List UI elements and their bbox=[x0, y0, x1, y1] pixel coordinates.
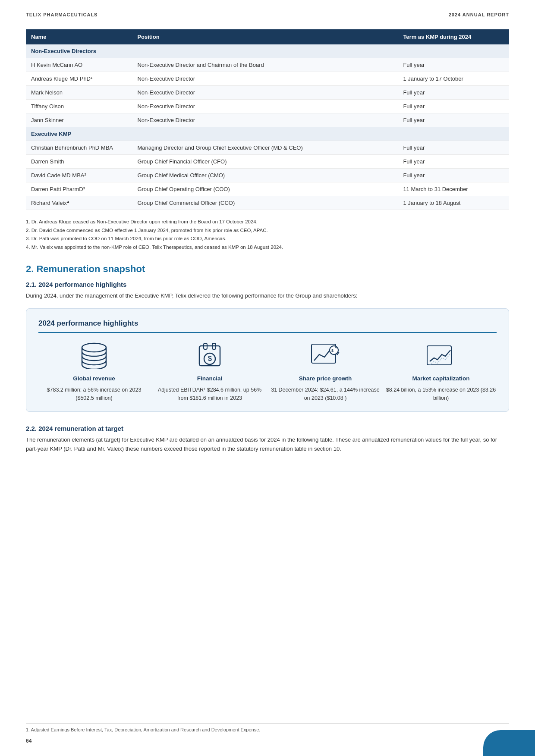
cell-position: Group Chief Commercial Officer (CCO) bbox=[132, 196, 398, 210]
svg-rect-10 bbox=[427, 346, 451, 365]
share-price-icon: $ A bbox=[308, 341, 343, 371]
section2-title: 2. Remuneration snapshot bbox=[26, 264, 509, 275]
footnote-item: 1. Dr. Andreas Kluge ceased as Non-Execu… bbox=[26, 218, 509, 226]
svg-point-0 bbox=[82, 343, 106, 352]
svg-text:$: $ bbox=[331, 348, 334, 353]
perf-item: $ FinancialAdjusted EBITDAR¹ $284.6 mill… bbox=[154, 341, 265, 403]
sub22-title: 2.2. 2024 remuneration at target bbox=[26, 425, 509, 432]
table-row: Darren Smith Group Chief Financial Offic… bbox=[26, 155, 509, 169]
cell-term: Full year bbox=[398, 58, 509, 72]
col-position: Position bbox=[132, 29, 398, 44]
report-year: 2024 ANNUAL REPORT bbox=[449, 12, 509, 17]
perf-item-label: Global revenue bbox=[73, 375, 115, 382]
bottom-footnote-text: 1. Adjusted Earnings Before Interest, Ta… bbox=[26, 727, 260, 732]
cell-position: Group Chief Operating Officer (COO) bbox=[132, 182, 398, 196]
cell-name: Jann Skinner bbox=[26, 113, 132, 127]
col-name: Name bbox=[26, 29, 132, 44]
sub22-text: The remuneration elements (at target) fo… bbox=[26, 436, 509, 454]
cell-name: Darren Patti PharmD³ bbox=[26, 182, 132, 196]
cell-name: Andreas Kluge MD PhD¹ bbox=[26, 72, 132, 86]
table-row: Jann Skinner Non-Executive Director Full… bbox=[26, 113, 509, 127]
perf-item-label: Share price growth bbox=[299, 375, 352, 382]
cell-position: Non-Executive Director bbox=[132, 113, 398, 127]
company-name: TELIX PHARMACEUTICALS bbox=[26, 12, 98, 17]
database-icon bbox=[77, 341, 111, 371]
kmp-table: Name Position Term as KMP during 2024 No… bbox=[26, 29, 509, 210]
cell-term: Full year bbox=[398, 141, 509, 155]
perf-box-title: 2024 performance highlights bbox=[38, 319, 497, 333]
cell-name: David Cade MD MBA² bbox=[26, 169, 132, 182]
cell-position: Non-Executive Director and Chairman of t… bbox=[132, 58, 398, 72]
section-header-row: Executive KMP bbox=[26, 127, 509, 141]
section-label: Executive KMP bbox=[26, 127, 509, 141]
cell-term: Full year bbox=[398, 155, 509, 169]
table-row: Tiffany Olson Non-Executive Director Ful… bbox=[26, 100, 509, 113]
table-row: Christian Behrenbruch PhD MBA Managing D… bbox=[26, 141, 509, 155]
cell-name: Darren Smith bbox=[26, 155, 132, 169]
cell-term: 1 January to 17 October bbox=[398, 72, 509, 86]
cell-term: Full year bbox=[398, 169, 509, 182]
market-cap-icon bbox=[424, 341, 458, 371]
table-row: Andreas Kluge MD PhD¹ Non-Executive Dire… bbox=[26, 72, 509, 86]
perf-item-label: Market capitalization bbox=[412, 375, 470, 382]
cell-name: H Kevin McCann AO bbox=[26, 58, 132, 72]
table-row: David Cade MD MBA² Group Chief Medical O… bbox=[26, 169, 509, 182]
svg-text:$: $ bbox=[208, 355, 212, 362]
cell-name: Christian Behrenbruch PhD MBA bbox=[26, 141, 132, 155]
cell-name: Richard Valeix⁴ bbox=[26, 196, 132, 210]
performance-box: 2024 performance highlights Global reven… bbox=[26, 308, 509, 412]
cell-term: Full year bbox=[398, 113, 509, 127]
sub21-text: During 2024, under the management of the… bbox=[26, 292, 509, 301]
blue-corner-decoration bbox=[483, 730, 535, 756]
perf-item-value: $8.24 billion, a 153% increase on 2023 (… bbox=[385, 386, 497, 403]
svg-text:A: A bbox=[335, 345, 337, 349]
cell-name: Mark Nelson bbox=[26, 86, 132, 100]
section-header-row: Non-Executive Directors bbox=[26, 44, 509, 58]
footnote-item: 4. Mr. Valeix was appointed to the non-K… bbox=[26, 243, 509, 252]
perf-item: $ A Share price growth31 December 2024: … bbox=[270, 341, 381, 403]
cell-position: Non-Executive Director bbox=[132, 86, 398, 100]
perf-item: Global revenue$783.2 million; a 56% incr… bbox=[38, 341, 150, 403]
main-content: Name Position Term as KMP during 2024 No… bbox=[0, 25, 535, 478]
perf-item-value: Adjusted EBITDAR¹ $284.6 million, up 56%… bbox=[154, 386, 265, 403]
table-row: Mark Nelson Non-Executive Director Full … bbox=[26, 86, 509, 100]
cell-position: Group Chief Medical Officer (CMO) bbox=[132, 169, 398, 182]
table-row: H Kevin McCann AO Non-Executive Director… bbox=[26, 58, 509, 72]
cell-term: 11 March to 31 December bbox=[398, 182, 509, 196]
perf-grid: Global revenue$783.2 million; a 56% incr… bbox=[38, 341, 497, 403]
bottom-footnote: 1. Adjusted Earnings Before Interest, Ta… bbox=[26, 723, 509, 732]
table-row: Richard Valeix⁴ Group Chief Commercial O… bbox=[26, 196, 509, 210]
page-number: 64 bbox=[26, 738, 31, 744]
cell-term: Full year bbox=[398, 100, 509, 113]
cell-position: Managing Director and Group Chief Execut… bbox=[132, 141, 398, 155]
table-footnotes: 1. Dr. Andreas Kluge ceased as Non-Execu… bbox=[26, 218, 509, 251]
page-header: TELIX PHARMACEUTICALS 2024 ANNUAL REPORT bbox=[0, 0, 535, 25]
col-term: Term as KMP during 2024 bbox=[398, 29, 509, 44]
sub21-title: 2.1. 2024 performance highlights bbox=[26, 281, 509, 288]
cell-position: Group Chief Financial Officer (CFO) bbox=[132, 155, 398, 169]
cell-term: 1 January to 18 August bbox=[398, 196, 509, 210]
table-row: Darren Patti PharmD³ Group Chief Operati… bbox=[26, 182, 509, 196]
section-label: Non-Executive Directors bbox=[26, 44, 509, 58]
perf-item-value: 31 December 2024: $24.61, a 144% increas… bbox=[270, 386, 381, 403]
cell-name: Tiffany Olson bbox=[26, 100, 132, 113]
footnote-item: 2. Dr. David Cade commenced as CMO effec… bbox=[26, 226, 509, 235]
financial-icon: $ bbox=[192, 341, 227, 371]
cell-term: Full year bbox=[398, 86, 509, 100]
perf-item: Market capitalization$8.24 billion, a 15… bbox=[385, 341, 497, 403]
cell-position: Non-Executive Director bbox=[132, 72, 398, 86]
perf-item-label: Financial bbox=[197, 375, 223, 382]
perf-item-value: $783.2 million; a 56% increase on 2023 (… bbox=[38, 386, 150, 403]
cell-position: Non-Executive Director bbox=[132, 100, 398, 113]
footnote-item: 3. Dr. Patti was promoted to COO on 11 M… bbox=[26, 235, 509, 243]
